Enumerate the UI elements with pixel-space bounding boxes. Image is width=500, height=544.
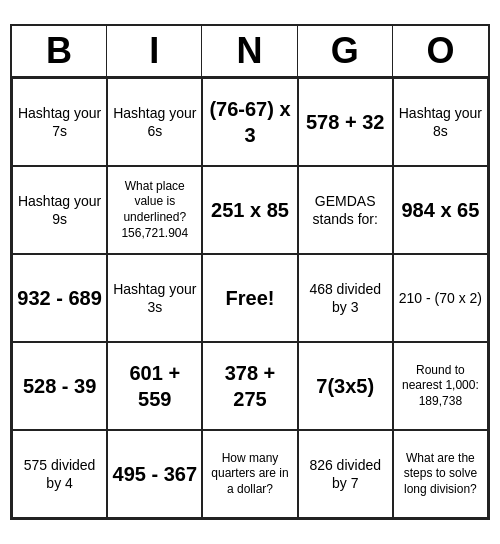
header-letter-g: G (298, 26, 393, 76)
cell-r3c5: 210 - (70 x 2) (393, 254, 488, 342)
bingo-header: BINGO (12, 26, 488, 78)
header-letter-n: N (202, 26, 297, 76)
cell-r3c1: 932 - 689 (12, 254, 107, 342)
cell-r1c5: Hashtag your 8s (393, 78, 488, 166)
cell-r5c1: 575 divided by 4 (12, 430, 107, 518)
cell-r2c1: Hashtag your 9s (12, 166, 107, 254)
cell-r1c2: Hashtag your 6s (107, 78, 202, 166)
cell-r2c5: 984 x 65 (393, 166, 488, 254)
bingo-grid: Hashtag your 7sHashtag your 6s(76-67) x … (12, 78, 488, 518)
cell-r5c4: 826 divided by 7 (298, 430, 393, 518)
cell-r3c2: Hashtag your 3s (107, 254, 202, 342)
cell-r1c1: Hashtag your 7s (12, 78, 107, 166)
header-letter-o: O (393, 26, 488, 76)
header-letter-b: B (12, 26, 107, 76)
cell-r4c5: Round to nearest 1,000: 189,738 (393, 342, 488, 430)
cell-r2c2: What place value is underlined? 156,721.… (107, 166, 202, 254)
cell-r5c5: What are the steps to solve long divisio… (393, 430, 488, 518)
cell-r1c3: (76-67) x 3 (202, 78, 297, 166)
bingo-card: BINGO Hashtag your 7sHashtag your 6s(76-… (10, 24, 490, 520)
cell-r5c2: 495 - 367 (107, 430, 202, 518)
cell-r2c4: GEMDAS stands for: (298, 166, 393, 254)
cell-r4c1: 528 - 39 (12, 342, 107, 430)
header-letter-i: I (107, 26, 202, 76)
cell-r1c4: 578 + 32 (298, 78, 393, 166)
cell-r4c3: 378 + 275 (202, 342, 297, 430)
cell-r3c3: Free! (202, 254, 297, 342)
cell-r2c3: 251 x 85 (202, 166, 297, 254)
cell-r4c2: 601 + 559 (107, 342, 202, 430)
cell-r4c4: 7(3x5) (298, 342, 393, 430)
cell-r3c4: 468 divided by 3 (298, 254, 393, 342)
cell-r5c3: How many quarters are in a dollar? (202, 430, 297, 518)
